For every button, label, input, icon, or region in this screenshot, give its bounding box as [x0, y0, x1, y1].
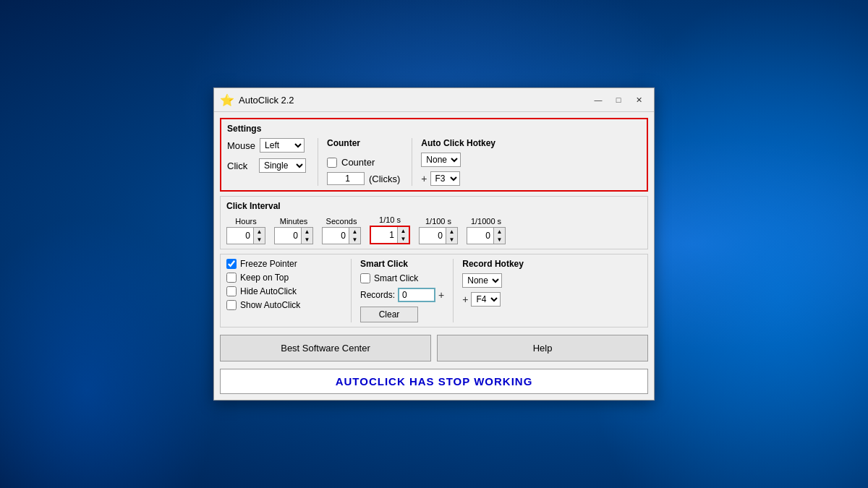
tenth-spinner-btns: ▲ ▼	[397, 227, 409, 243]
seconds-spinner: ▲ ▼	[322, 227, 361, 244]
keep-on-top-checkbox[interactable]	[226, 273, 237, 283]
counter-checkbox[interactable]	[327, 158, 337, 168]
smart-click-section: Smart Click Smart Click Records: + Clear	[351, 259, 444, 322]
checkboxes-col: Freeze Pointer Keep on Top Hide AutoClic…	[226, 259, 342, 322]
freeze-pointer-label: Freeze Pointer	[240, 259, 297, 269]
close-button[interactable]: ✕	[629, 93, 648, 107]
hours-col: Hours ▲ ▼	[226, 217, 265, 244]
keep-on-top-label: Keep on Top	[240, 273, 289, 283]
freeze-pointer-checkbox[interactable]	[226, 259, 237, 269]
hide-autoclick-label: Hide AutoClick	[240, 286, 297, 296]
settings-inner: Mouse Left Middle Right Click Single Dou…	[227, 138, 641, 186]
software-center-button[interactable]: Best Software Center	[220, 335, 431, 361]
mouse-row: Mouse Left Middle Right	[227, 138, 306, 153]
bottom-section: Freeze Pointer Keep on Top Hide AutoClic…	[220, 254, 648, 328]
thousandth-input[interactable]	[467, 229, 493, 242]
seconds-label: Seconds	[326, 217, 357, 226]
clicks-suffix: (Clicks)	[369, 174, 400, 184]
smart-click-checkbox[interactable]	[360, 273, 370, 283]
minutes-up-btn[interactable]: ▲	[301, 228, 312, 236]
titlebar-controls: — □ ✕	[589, 93, 648, 107]
maximize-button[interactable]: □	[609, 93, 628, 107]
keep-on-top-row: Keep on Top	[226, 273, 342, 283]
mouse-label: Mouse	[227, 140, 255, 151]
seconds-down-btn[interactable]: ▼	[349, 236, 360, 244]
hotkey-mod-row: None Ctrl Alt Shift	[421, 153, 495, 167]
minutes-label: Minutes	[280, 217, 308, 226]
seconds-spinner-btns: ▲ ▼	[349, 228, 360, 244]
hundredth-input[interactable]	[420, 229, 446, 242]
click-select[interactable]: Single Double	[259, 158, 306, 173]
minutes-down-btn[interactable]: ▼	[301, 236, 312, 244]
tenth-up-btn[interactable]: ▲	[397, 227, 409, 235]
records-input[interactable]	[398, 288, 435, 302]
record-hotkey-key-row: + F4 F1 F2 F3 F5	[462, 292, 524, 307]
window-title: AutoClick 2.2	[239, 95, 584, 106]
window-body: Settings Mouse Left Middle Right Click	[214, 112, 654, 400]
show-autoclick-label: Show AutoClick	[240, 300, 300, 310]
tenth-col: 1/10 s ▲ ▼	[370, 215, 410, 244]
counter-checkbox-label: Counter	[341, 157, 375, 168]
smart-click-checkbox-label: Smart Click	[374, 273, 418, 283]
hundredth-up-btn[interactable]: ▲	[446, 228, 457, 236]
mouse-select[interactable]: Left Middle Right	[260, 138, 305, 153]
hundredth-col: 1/100 s ▲ ▼	[419, 217, 458, 244]
record-hotkey-key-select[interactable]: F4 F1 F2 F3 F5	[471, 292, 501, 307]
show-autoclick-row: Show AutoClick	[226, 300, 342, 310]
hotkey-mod-select[interactable]: None Ctrl Alt Shift	[421, 153, 461, 167]
hundredth-spinner: ▲ ▼	[419, 227, 458, 244]
footer-buttons: Best Software Center Help	[220, 332, 648, 364]
counter-value-input[interactable]	[327, 172, 365, 185]
titlebar: ⭐ AutoClick 2.2 — □ ✕	[214, 88, 654, 112]
tenth-label: 1/10 s	[379, 215, 401, 224]
freeze-pointer-row: Freeze Pointer	[226, 259, 342, 269]
smart-plus-sign: +	[438, 289, 444, 301]
hours-spinner: ▲ ▼	[226, 227, 265, 244]
minutes-spinner: ▲ ▼	[274, 227, 313, 244]
hours-label: Hours	[235, 217, 256, 226]
minutes-spinner-btns: ▲ ▼	[301, 228, 312, 244]
hours-down-btn[interactable]: ▼	[253, 236, 265, 244]
seconds-up-btn[interactable]: ▲	[349, 228, 360, 236]
interval-inner: Hours ▲ ▼ Minutes ▲	[226, 215, 642, 244]
counter-section: Counter Counter (Clicks)	[318, 138, 400, 186]
tenth-down-btn[interactable]: ▼	[397, 235, 409, 243]
record-hotkey-mod-select[interactable]: None Ctrl Alt Shift	[462, 273, 502, 288]
hotkey-plus-sign: +	[421, 173, 427, 184]
minimize-button[interactable]: —	[589, 93, 608, 107]
record-plus-sign: +	[462, 294, 468, 305]
help-button[interactable]: Help	[437, 335, 648, 361]
smart-click-section-label: Smart Click	[360, 259, 444, 269]
thousandth-up-btn[interactable]: ▲	[493, 228, 505, 236]
interval-label: Click Interval	[226, 201, 642, 211]
hundredth-down-btn[interactable]: ▼	[446, 236, 457, 244]
tenth-input[interactable]	[371, 228, 397, 241]
tenth-spinner: ▲ ▼	[370, 226, 410, 244]
seconds-col: Seconds ▲ ▼	[322, 217, 361, 244]
counter-row: Counter	[327, 157, 400, 168]
hundredth-label: 1/100 s	[425, 217, 451, 226]
hours-up-btn[interactable]: ▲	[253, 228, 265, 236]
status-bar: AUTOCLICK HAS STOP WORKING	[220, 369, 648, 394]
click-label: Click	[227, 160, 255, 171]
thousandth-spinner: ▲ ▼	[467, 227, 506, 244]
thousandth-spinner-btns: ▲ ▼	[493, 228, 505, 244]
counter-value-row: (Clicks)	[327, 172, 400, 185]
hide-autoclick-checkbox[interactable]	[226, 286, 237, 296]
hours-input[interactable]	[227, 229, 253, 242]
record-hotkey-section: Record Hotkey None Ctrl Alt Shift + F4 F…	[453, 259, 524, 322]
hotkey-key-select[interactable]: F3 F1 F2 F4 F5	[430, 171, 460, 186]
counter-section-label: Counter	[327, 138, 400, 148]
seconds-input[interactable]	[323, 229, 349, 242]
hundredth-spinner-btns: ▲ ▼	[446, 228, 457, 244]
minutes-col: Minutes ▲ ▼	[274, 217, 313, 244]
clear-button[interactable]: Clear	[360, 307, 418, 322]
thousandth-down-btn[interactable]: ▼	[493, 236, 505, 244]
records-row: Records: +	[360, 288, 444, 302]
app-icon: ⭐	[220, 93, 234, 107]
show-autoclick-checkbox[interactable]	[226, 300, 237, 310]
application-window: ⭐ AutoClick 2.2 — □ ✕ Settings Mouse Lef…	[213, 87, 655, 401]
thousandth-col: 1/1000 s ▲ ▼	[467, 217, 506, 244]
minutes-input[interactable]	[275, 229, 301, 242]
thousandth-label: 1/1000 s	[471, 217, 501, 226]
